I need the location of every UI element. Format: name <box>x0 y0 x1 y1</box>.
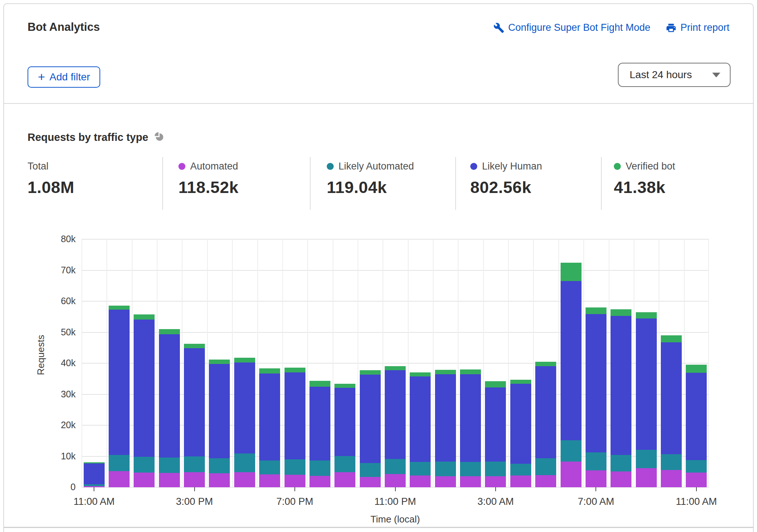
segment-automated <box>159 473 180 487</box>
x-tick-mark <box>696 487 697 491</box>
stacked-bar-15[interactable] <box>460 369 481 487</box>
segment-automated <box>134 473 155 487</box>
segment-likely-human <box>134 320 155 457</box>
segment-likely-automated <box>109 455 130 471</box>
segment-likely-human <box>184 348 205 457</box>
segment-verified-bot <box>636 312 657 318</box>
configure-super-bot-fight-mode-link[interactable]: Configure Super Bot Fight Mode <box>493 22 650 33</box>
stacked-bar-21[interactable] <box>611 309 631 487</box>
segment-likely-human <box>636 318 657 450</box>
v-gridline <box>232 239 233 487</box>
segment-automated <box>485 476 506 487</box>
wrench-icon <box>493 22 504 33</box>
v-gridline <box>182 239 182 487</box>
plus-icon: + <box>38 70 45 83</box>
segment-verified-bot <box>535 362 556 367</box>
stacked-bar-17[interactable] <box>510 380 531 487</box>
stat-verified-bot-value: 41.38k <box>614 178 675 197</box>
segment-verified-bot <box>159 329 180 334</box>
header-divider <box>4 103 753 104</box>
stacked-bar-5[interactable] <box>209 360 230 487</box>
stat-total-value: 1.08M <box>28 178 75 197</box>
segment-likely-automated <box>184 456 205 472</box>
segment-likely-automated <box>259 460 280 475</box>
segment-likely-human <box>586 314 606 452</box>
stacked-bar-23[interactable] <box>661 335 682 487</box>
segment-likely-automated <box>360 463 381 477</box>
add-filter-button[interactable]: + Add filter <box>28 66 100 88</box>
plot-area <box>82 239 709 487</box>
stacked-bar-7[interactable] <box>259 368 280 487</box>
stacked-bar-19[interactable] <box>561 263 582 487</box>
stat-total-label: Total <box>28 161 48 172</box>
v-gridline <box>609 239 609 487</box>
segment-automated <box>435 476 456 487</box>
stacked-bar-8[interactable] <box>285 368 305 487</box>
segment-automated <box>309 476 330 487</box>
segment-automated <box>234 472 255 487</box>
time-range-value: Last 24 hours <box>630 69 692 81</box>
stacked-bar-16[interactable] <box>485 381 506 487</box>
x-tick-mark <box>94 487 94 491</box>
v-gridline <box>684 239 685 487</box>
x-tick-label: 11:00 PM <box>374 496 416 507</box>
stacked-bar-22[interactable] <box>636 312 657 487</box>
stacked-bar-9[interactable] <box>309 381 330 487</box>
segment-likely-human <box>561 281 582 440</box>
pie-chart-icon <box>154 132 164 143</box>
segment-likely-human <box>385 370 406 459</box>
x-tick-label: 3:00 AM <box>477 496 514 507</box>
stacked-bar-12[interactable] <box>385 366 406 487</box>
stacked-bar-10[interactable] <box>334 384 355 487</box>
v-gridline <box>106 239 107 487</box>
stacked-bar-11[interactable] <box>360 370 381 487</box>
x-axis-title: Time (local) <box>82 514 709 525</box>
segment-automated <box>510 475 531 487</box>
stacked-bar-1[interactable] <box>109 306 130 487</box>
stacked-bar-6[interactable] <box>234 358 255 487</box>
segment-likely-automated <box>234 453 255 472</box>
stacked-bar-18[interactable] <box>535 362 556 487</box>
segment-likely-human <box>334 388 355 456</box>
stacked-bar-14[interactable] <box>435 370 456 487</box>
stacked-bar-13[interactable] <box>410 372 431 487</box>
segment-likely-automated <box>686 460 707 473</box>
v-gridline <box>157 239 157 487</box>
stat-divider <box>455 157 456 210</box>
segment-likely-automated <box>334 456 355 472</box>
segment-likely-automated <box>134 457 155 473</box>
segment-likely-automated <box>385 459 406 474</box>
segment-verified-bot <box>184 344 205 348</box>
page-title: Bot Analytics <box>28 21 100 34</box>
stat-divider <box>162 157 163 210</box>
x-axis-labels: 11:00 AM3:00 PM7:00 PM11:00 PM3:00 AM7:0… <box>82 496 709 509</box>
segment-likely-human <box>661 342 682 454</box>
stat-likely-human: Likely Human 802.56k <box>470 161 542 197</box>
segment-likely-human <box>460 374 481 462</box>
print-report-link[interactable]: Print report <box>666 22 729 33</box>
v-gridline <box>257 239 258 487</box>
stacked-bar-2[interactable] <box>134 314 155 487</box>
stacked-bar-0[interactable] <box>84 462 105 487</box>
segment-verified-bot <box>259 368 280 374</box>
time-range-dropdown[interactable]: Last 24 hours <box>618 63 731 87</box>
stacked-bar-3[interactable] <box>159 329 180 487</box>
h-gridline <box>82 239 709 240</box>
segment-likely-automated <box>586 452 606 471</box>
segment-verified-bot <box>285 368 305 373</box>
stat-automated: Automated 118.52k <box>178 161 239 197</box>
stacked-bar-4[interactable] <box>184 344 205 487</box>
y-axis-labels: 010k20k30k40k50k60k70k80k <box>0 239 76 487</box>
segment-verified-bot <box>234 358 255 363</box>
segment-verified-bot <box>586 307 606 314</box>
stacked-bar-24[interactable] <box>686 365 707 487</box>
segment-automated <box>360 477 381 487</box>
segment-likely-human <box>109 310 130 455</box>
v-gridline <box>282 239 283 487</box>
segment-likely-human <box>159 334 180 457</box>
y-tick-label: 80k <box>61 234 76 244</box>
segment-likely-human <box>410 376 431 462</box>
likely-human-legend-dot <box>470 163 477 170</box>
stacked-bar-20[interactable] <box>586 307 606 487</box>
segment-likely-automated <box>561 440 582 461</box>
